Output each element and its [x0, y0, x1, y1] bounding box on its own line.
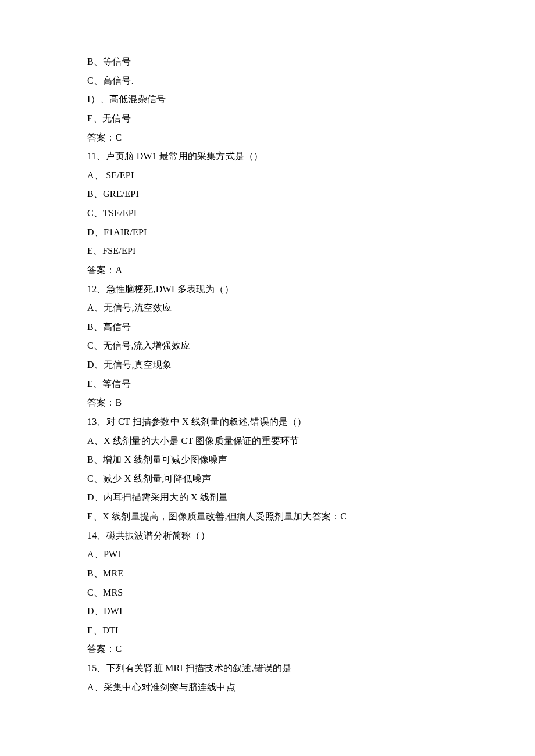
question-line: 12、急性脑梗死,DWI 多表现为（）	[87, 280, 535, 299]
question-line: 15、下列有关肾脏 MRI 扫描技术的叙述,错误的是	[87, 659, 535, 678]
text-line: C、MRS	[87, 583, 535, 603]
answer-line: 答案：A	[87, 261, 535, 280]
text-line: C、减少 X 线剂量,可降低噪声	[87, 470, 535, 489]
text-line: E、FSE/EPI	[87, 242, 535, 261]
text-line: E、DTI	[87, 621, 535, 640]
text-line: E、无信号	[87, 109, 535, 128]
question-line: 13、对 CT 扫描参数中 X 线剂量的叙述,错误的是（）	[87, 413, 535, 432]
answer-line: 答案：B	[87, 393, 535, 413]
text-line: A、采集中心对准剑突与脐连线中点	[87, 678, 535, 697]
text-line: E、X 线剂量提高，图像质量改善,但病人受照剂量加大答案：C	[87, 507, 535, 526]
text-line: A、X 线剂量的大小是 CT 图像质量保证的重要环节	[87, 432, 535, 451]
text-line: D、无信号,真空现象	[87, 356, 535, 375]
text-line: B、增加 X 线剂量可减少图像噪声	[87, 450, 535, 470]
question-line: 14、磁共振波谱分析简称（）	[87, 526, 535, 546]
text-line: C、无信号,流入增强效应	[87, 336, 535, 356]
text-line: D、F1AIR/EPI	[87, 223, 535, 242]
text-line: E、等信号	[87, 375, 535, 394]
text-line: B、GRE/EPI	[87, 185, 535, 204]
text-line: D、DWI	[87, 602, 535, 621]
question-line: 11、卢页脑 DW1 最常用的采集方式是（）	[87, 147, 535, 166]
text-line: A、PWI	[87, 545, 535, 564]
document-page: B、等信号 C、高信号. I）、高低混杂信号 E、无信号 答案：C 11、卢页脑…	[0, 0, 535, 756]
text-line: I）、高低混杂信号	[87, 90, 535, 109]
text-line: A、无信号,流空效应	[87, 299, 535, 318]
answer-line: 答案：C	[87, 128, 535, 148]
text-line: C、TSE/EPI	[87, 204, 535, 223]
text-line: B、高信号	[87, 318, 535, 337]
text-line: A、 SE/EPI	[87, 166, 535, 185]
text-line: B、等信号	[87, 52, 535, 71]
text-line: D、内耳扫描需采用大的 X 线剂量	[87, 488, 535, 507]
answer-line: 答案：C	[87, 640, 535, 659]
text-line: B、MRE	[87, 564, 535, 583]
text-line: C、高信号.	[87, 71, 535, 91]
